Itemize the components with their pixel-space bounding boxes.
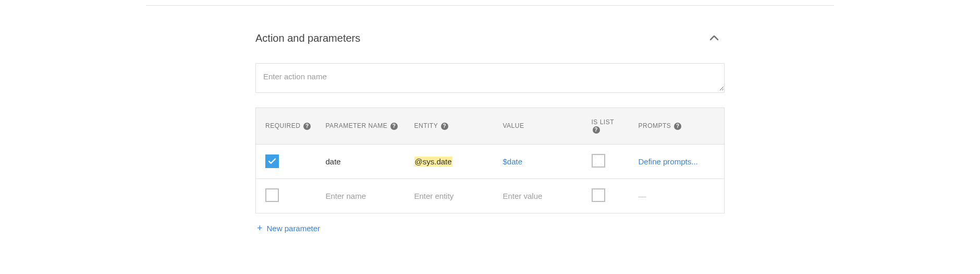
param-value-input[interactable] xyxy=(503,192,577,200)
param-value-text[interactable]: $date xyxy=(503,157,523,166)
header-parameter-name: PARAMETER NAME ? xyxy=(318,108,407,145)
parameters-table: REQUIRED ? PARAMETER NAME ? ENTITY ? VAL… xyxy=(255,108,725,213)
is-list-checkbox[interactable] xyxy=(592,154,605,168)
header-parameter-name-label: PARAMETER NAME xyxy=(326,122,388,129)
header-required-label: REQUIRED xyxy=(265,122,300,129)
param-name-value[interactable]: date xyxy=(326,157,341,166)
prompts-empty-dash: — xyxy=(639,192,646,200)
param-entity-input[interactable] xyxy=(414,192,488,200)
table-row[interactable]: date @sys.date $date Define prompts xyxy=(256,144,725,178)
action-name-input[interactable] xyxy=(256,64,724,91)
help-icon[interactable]: ? xyxy=(441,123,448,130)
plus-icon: + xyxy=(257,223,263,234)
help-icon[interactable]: ? xyxy=(674,123,681,130)
header-prompts: PROMPTS ? xyxy=(631,108,725,145)
header-value: VALUE xyxy=(496,108,584,145)
param-name-input[interactable] xyxy=(326,192,400,200)
check-icon xyxy=(267,157,277,166)
table-header-row: REQUIRED ? PARAMETER NAME ? ENTITY ? VAL… xyxy=(256,108,725,145)
header-required: REQUIRED ? xyxy=(256,108,318,145)
param-entity-value[interactable]: @sys.date xyxy=(414,157,452,166)
help-icon[interactable]: ? xyxy=(390,123,398,130)
define-prompts-link[interactable]: Define prompts... xyxy=(639,157,698,167)
header-is-list-label: IS LIST xyxy=(592,118,614,126)
add-parameter-button[interactable]: + New parameter xyxy=(255,213,725,243)
collapse-toggle[interactable] xyxy=(708,32,725,44)
table-row-new[interactable]: — xyxy=(256,178,725,213)
section-title: Action and parameters xyxy=(255,32,360,44)
action-name-container xyxy=(255,63,725,93)
required-checkbox[interactable] xyxy=(265,188,279,202)
top-divider xyxy=(146,5,834,6)
header-entity: ENTITY ? xyxy=(407,108,496,145)
section-header: Action and parameters xyxy=(255,32,725,44)
header-value-label: VALUE xyxy=(503,122,524,129)
add-parameter-label: New parameter xyxy=(267,224,321,233)
help-icon[interactable]: ? xyxy=(303,123,311,130)
chevron-up-icon xyxy=(708,32,720,44)
is-list-checkbox[interactable] xyxy=(592,188,605,202)
header-entity-label: ENTITY xyxy=(414,122,438,129)
required-checkbox[interactable] xyxy=(265,154,279,168)
header-prompts-label: PROMPTS xyxy=(639,122,671,129)
header-is-list: IS LIST ? xyxy=(584,108,631,145)
help-icon[interactable]: ? xyxy=(593,126,600,134)
